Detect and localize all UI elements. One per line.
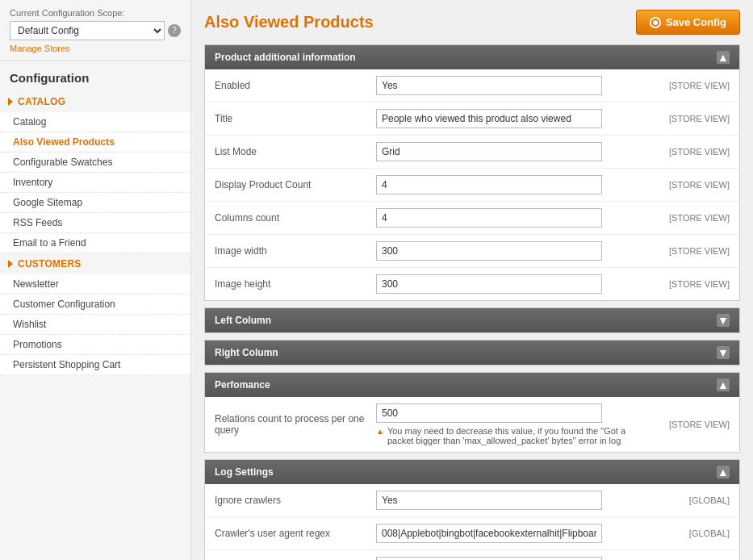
table-row: Enabled[STORE VIEW]	[205, 69, 739, 102]
field-input-product-additional-6[interactable]	[376, 274, 602, 294]
main-sections: Product additional information▲Enabled[S…	[191, 44, 753, 560]
field-scope-product-additional-0: [STORE VIEW]	[649, 81, 730, 90]
field-input-product-additional-0[interactable]	[376, 76, 602, 95]
field-scope-log-settings-0: [GLOBAL]	[649, 495, 730, 505]
sidebar-item-persistent-cart[interactable]: Persistent Shopping Cart	[0, 355, 190, 375]
save-config-button[interactable]: Save Config	[636, 10, 740, 35]
scope-label: Current Configuration Scope:	[10, 8, 181, 18]
field-input-log-settings-2[interactable]	[376, 557, 602, 560]
section-right-column: Right Column▼	[204, 340, 740, 366]
field-value-log-settings-1	[376, 524, 649, 543]
field-input-product-additional-3[interactable]	[376, 175, 602, 194]
section-performance: Perfomance▲Relations count to process pe…	[204, 372, 740, 453]
field-scope-product-additional-6: [STORE VIEW]	[649, 279, 730, 289]
section-toggle-right-column[interactable]: ▼	[717, 346, 730, 359]
sidebar-item-configurable-swatches[interactable]: Configurable Swatches	[0, 153, 190, 173]
section-title-right-column: Right Column	[215, 347, 278, 358]
table-row: Ignore crawlers[GLOBAL]	[205, 484, 739, 517]
sidebar-title: Configuration	[0, 61, 190, 91]
field-label-product-additional-2: List Mode	[215, 146, 376, 157]
field-label-product-additional-3: Display Product Count	[215, 179, 376, 190]
section-header-log-settings[interactable]: Log Settings▲	[205, 460, 739, 484]
scope-select-wrap: Default Config ?	[10, 21, 181, 40]
main-content: Also Viewed Products Save Config Product…	[191, 0, 753, 560]
sidebar-item-google-sitemap[interactable]: Google Sitemap	[0, 193, 190, 213]
sidebar-item-email-friend[interactable]: Email to a Friend	[0, 233, 190, 253]
field-input-product-additional-1[interactable]	[376, 109, 602, 128]
field-scope-product-additional-4: [STORE VIEW]	[649, 213, 730, 223]
field-label-performance-0: Relations count to process per one query	[215, 413, 376, 436]
section-left-column: Left Column▼	[204, 307, 740, 333]
sidebar-item-inventory[interactable]: Inventory	[0, 173, 190, 193]
field-value-product-additional-1	[376, 109, 649, 128]
field-label-product-additional-6: Image height	[215, 278, 376, 290]
page-title: Also Viewed Products	[204, 13, 374, 31]
table-row: Image width[STORE VIEW]	[205, 235, 739, 268]
sidebar-section-catalog[interactable]: CATALOG	[0, 91, 190, 112]
field-scope-product-additional-3: [STORE VIEW]	[649, 180, 730, 190]
field-note-performance-0: ▲You may need to decrease this value, if…	[376, 426, 649, 445]
field-input-product-additional-4[interactable]	[376, 208, 602, 228]
table-row: Title[STORE VIEW]	[205, 102, 739, 136]
section-header-right-column[interactable]: Right Column▼	[205, 341, 739, 365]
field-scope-log-settings-1: [GLOBAL]	[649, 529, 730, 538]
section-header-left-column[interactable]: Left Column▼	[205, 308, 739, 332]
table-row: Ignore specific ip addresses[GLOBAL]	[205, 550, 739, 560]
sidebar-arrow-customers	[8, 260, 13, 268]
note-icon: ▲	[376, 427, 384, 436]
field-input-log-settings-0[interactable]	[376, 491, 602, 510]
field-input-product-additional-2[interactable]	[376, 142, 602, 161]
table-row: Display Product Count[STORE VIEW]	[205, 169, 739, 202]
field-label-log-settings-0: Ignore crawlers	[215, 495, 376, 506]
section-body-log-settings: Ignore crawlers[GLOBAL]Crawler's user ag…	[205, 484, 739, 560]
field-value-product-additional-5	[376, 241, 649, 261]
section-body-performance: Relations count to process per one query…	[205, 397, 739, 452]
section-title-left-column: Left Column	[215, 315, 271, 326]
section-title-log-settings: Log Settings	[215, 466, 274, 478]
manage-stores-link[interactable]: Manage Stores	[10, 44, 70, 53]
table-row: Columns count[STORE VIEW]	[205, 202, 739, 235]
field-input-product-additional-5[interactable]	[376, 241, 602, 261]
sidebar-item-wishlist[interactable]: Wishlist	[0, 315, 190, 335]
table-row: Image height[STORE VIEW]	[205, 268, 739, 300]
save-icon	[650, 17, 661, 28]
field-scope-product-additional-1: [STORE VIEW]	[649, 114, 730, 123]
table-row: Crawler's user agent regex[GLOBAL]	[205, 517, 739, 550]
section-header-product-additional[interactable]: Product additional information▲	[205, 45, 739, 69]
field-value-performance-0: ▲You may need to decrease this value, if…	[376, 403, 649, 445]
field-value-product-additional-4	[376, 208, 649, 228]
section-toggle-log-settings[interactable]: ▲	[717, 466, 730, 479]
table-row: Relations count to process per one query…	[205, 397, 739, 452]
field-input-performance-0[interactable]	[376, 403, 602, 423]
section-header-performance[interactable]: Perfomance▲	[205, 373, 739, 397]
sidebar-item-catalog[interactable]: Catalog	[0, 112, 190, 132]
main-header: Also Viewed Products Save Config	[191, 0, 753, 44]
field-value-log-settings-0	[376, 491, 649, 510]
field-value-product-additional-6	[376, 274, 649, 294]
section-toggle-product-additional[interactable]: ▲	[717, 51, 730, 64]
section-title-product-additional: Product additional information	[215, 52, 356, 63]
field-scope-performance-0: [STORE VIEW]	[649, 420, 730, 429]
scope-select[interactable]: Default Config	[10, 21, 165, 40]
sidebar-item-customer-config[interactable]: Customer Configuration	[0, 295, 190, 315]
field-value-product-additional-3	[376, 175, 649, 194]
table-row: List Mode[STORE VIEW]	[205, 136, 739, 169]
sidebar-section-label-catalog: CATALOG	[18, 96, 65, 107]
sidebar-item-promotions[interactable]: Promotions	[0, 335, 190, 355]
section-product-additional: Product additional information▲Enabled[S…	[204, 44, 740, 301]
field-value-product-additional-0	[376, 76, 649, 95]
section-toggle-left-column[interactable]: ▼	[717, 314, 730, 327]
scope-help-icon[interactable]: ?	[168, 24, 181, 37]
field-scope-product-additional-2: [STORE VIEW]	[649, 147, 730, 157]
sidebar-section-customers[interactable]: CUSTOMERS	[0, 253, 190, 274]
sidebar-item-rss-feeds[interactable]: RSS Feeds	[0, 213, 190, 233]
section-toggle-performance[interactable]: ▲	[717, 378, 730, 391]
field-label-log-settings-1: Crawler's user agent regex	[215, 528, 376, 539]
field-value-product-additional-2	[376, 142, 649, 161]
sidebar-item-also-viewed[interactable]: Also Viewed Products	[0, 132, 190, 153]
field-label-product-additional-5: Image width	[215, 245, 376, 257]
field-input-log-settings-1[interactable]	[376, 524, 602, 543]
sidebar-item-newsletter[interactable]: Newsletter	[0, 274, 190, 295]
field-scope-product-additional-5: [STORE VIEW]	[649, 246, 730, 256]
scope-box: Current Configuration Scope: Default Con…	[0, 0, 190, 61]
